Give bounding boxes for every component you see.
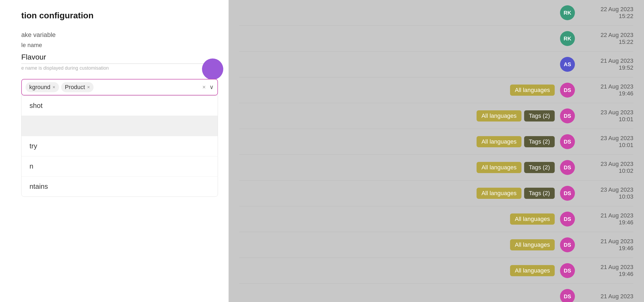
section-label: ake variable — [21, 31, 218, 39]
timestamp: 21 Aug 202319:46 — [580, 264, 633, 278]
timestamp: 21 Aug 202319:52 — [580, 57, 633, 71]
dropdown-item-screenshot[interactable]: shot — [22, 96, 218, 116]
variable-name-section: ake variable le name e name is displayed… — [21, 31, 218, 71]
right-panel: RK 22 Aug 202315:22 RK 22 Aug 202315:22 … — [229, 0, 644, 302]
language-badge: All languages — [477, 110, 521, 121]
panel-title: tion configuration — [21, 11, 218, 20]
avatar: DS — [560, 160, 575, 175]
row-tags: All languages — [510, 239, 555, 250]
tag-search-input[interactable] — [96, 84, 200, 91]
timestamp: 21 Aug 202319:46 — [580, 83, 633, 97]
tag-product-remove[interactable]: × — [87, 85, 90, 90]
list-item: All languages DS 21 Aug 202319:46 — [239, 232, 633, 258]
list-item: RK 22 Aug 202315:22 — [239, 0, 633, 26]
list-item: All languages DS 21 Aug 202319:46 — [239, 77, 633, 103]
language-badge: All languages — [510, 85, 555, 96]
avatar: RK — [560, 5, 575, 20]
avatar: DS — [560, 83, 575, 98]
avatar: DS — [560, 289, 575, 302]
timestamp: 23 Aug 202310:03 — [580, 186, 633, 200]
timestamp: 21 Aug 202319:46 — [580, 212, 633, 226]
row-tags: All languages — [510, 85, 555, 96]
list-item: All languages Tags (2) DS 23 Aug 202310:… — [239, 155, 633, 181]
tag-background-remove[interactable]: × — [53, 85, 56, 90]
language-badge: All languages — [477, 136, 521, 147]
avatar: DS — [560, 108, 575, 123]
row-tags: All languages Tags (2) — [477, 136, 555, 147]
avatar: DS — [560, 134, 575, 149]
tag-input-area[interactable]: kground × Product × × ∨ — [21, 79, 218, 95]
list-item: All languages Tags (2) DS 23 Aug 202310:… — [239, 181, 633, 206]
language-badge: All languages — [510, 265, 555, 276]
list-item: All languages Tags (2) DS 23 Aug 202310:… — [239, 129, 633, 155]
clear-tags-button[interactable]: × — [202, 84, 206, 91]
tags-badge: Tags (2) — [524, 188, 555, 199]
avatar: DS — [560, 186, 575, 201]
language-badge: All languages — [510, 213, 555, 225]
tags-badge: Tags (2) — [524, 136, 555, 147]
dropdown-item-background[interactable] — [22, 116, 218, 136]
field-hint: e name is displayed during customisation — [21, 65, 218, 71]
row-tags: All languages — [510, 265, 555, 276]
dropdown-list: shot try n ntains — [21, 95, 218, 197]
list-item: All languages DS 21 Aug 202319:46 — [239, 206, 633, 232]
tags-badge: Tags (2) — [524, 162, 555, 173]
timestamp: 21 Aug 2023 — [580, 293, 633, 300]
purple-circle-decoration — [202, 58, 223, 80]
field-label: le name — [21, 42, 218, 49]
language-badge: All languages — [477, 162, 521, 173]
language-badge: All languages — [510, 239, 555, 250]
tag-input-actions: × ∨ — [202, 84, 214, 91]
dropdown-item-contains[interactable]: ntains — [22, 177, 218, 196]
row-tags: All languages Tags (2) — [477, 188, 555, 199]
avatar: DS — [560, 263, 575, 278]
timestamp: 23 Aug 202310:01 — [580, 109, 633, 123]
list-item: All languages Tags (2) DS 23 Aug 202310:… — [239, 103, 633, 129]
row-tags: All languages Tags (2) — [477, 110, 555, 121]
avatar: AS — [560, 57, 575, 72]
avatar: DS — [560, 237, 575, 252]
dropdown-item-n[interactable]: n — [22, 156, 218, 176]
list-item: DS 21 Aug 2023 — [239, 284, 633, 302]
tags-badge: Tags (2) — [524, 110, 555, 121]
list-item: All languages DS 21 Aug 202319:46 — [239, 258, 633, 284]
timestamp: 23 Aug 202310:02 — [580, 161, 633, 174]
variable-name-input[interactable] — [21, 51, 218, 64]
avatar: DS — [560, 212, 575, 226]
tag-product-label: Product — [65, 84, 85, 91]
timestamp: 22 Aug 202315:22 — [580, 6, 633, 20]
list-item: AS 21 Aug 202319:52 — [239, 52, 633, 77]
avatar: RK — [560, 31, 575, 46]
timestamp: 23 Aug 202310:01 — [580, 135, 633, 149]
list-item: RK 22 Aug 202315:22 — [239, 26, 633, 52]
left-panel: tion configuration ake variable le name … — [0, 0, 229, 302]
tag-background-label: kground — [29, 84, 50, 91]
language-badge: All languages — [477, 188, 521, 199]
timestamp: 22 Aug 202315:22 — [580, 32, 633, 45]
row-tags: All languages — [510, 213, 555, 225]
tag-background: kground × — [26, 82, 59, 92]
dropdown-toggle-button[interactable]: ∨ — [209, 84, 214, 91]
dropdown-item-industry[interactable]: try — [22, 136, 218, 156]
row-tags: All languages Tags (2) — [477, 162, 555, 173]
tag-product: Product × — [61, 82, 94, 92]
timestamp: 21 Aug 202319:46 — [580, 238, 633, 252]
